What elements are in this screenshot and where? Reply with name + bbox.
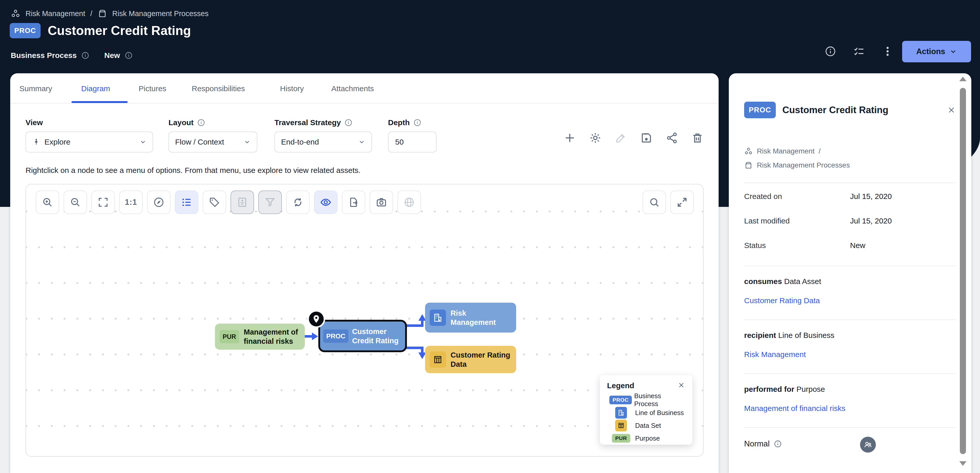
breadcrumb-domain[interactable]: Risk Management Processes bbox=[112, 10, 208, 18]
relation-link[interactable]: Risk Management bbox=[744, 350, 806, 359]
layout-select-value: Flow / Context bbox=[175, 138, 224, 147]
refresh-button[interactable] bbox=[286, 191, 310, 214]
node-line-of-business[interactable]: Risk Management bbox=[425, 303, 516, 333]
data-table-icon bbox=[430, 352, 446, 368]
expand-button[interactable] bbox=[670, 191, 694, 214]
people-avatar-icon[interactable] bbox=[860, 437, 876, 452]
page-title: Customer Credit Rating bbox=[48, 23, 191, 38]
community-icon bbox=[11, 9, 21, 18]
save-icon[interactable] bbox=[640, 132, 652, 144]
eye-button[interactable] bbox=[314, 191, 337, 214]
actual-size-button[interactable]: 1:1 bbox=[119, 191, 143, 214]
id-card-button[interactable] bbox=[231, 191, 254, 214]
export-button[interactable] bbox=[342, 191, 365, 214]
building-icon bbox=[430, 309, 446, 326]
info-icon[interactable] bbox=[413, 118, 422, 127]
info-icon[interactable] bbox=[124, 51, 133, 59]
detail-sidebar bbox=[729, 73, 971, 473]
info-icon[interactable] bbox=[824, 45, 836, 57]
view-label: View bbox=[25, 118, 43, 127]
scrollbar-down-arrow[interactable] bbox=[959, 461, 966, 466]
layout-select[interactable]: Flow / Context bbox=[169, 132, 257, 153]
node-lob-label: Risk Management bbox=[450, 309, 496, 327]
sidebar-breadcrumb-domain[interactable]: Risk Management Processes bbox=[744, 161, 850, 170]
field-label: Last modified bbox=[744, 217, 789, 225]
close-icon[interactable] bbox=[678, 381, 685, 389]
diagram-toolbar-right bbox=[643, 191, 694, 214]
tag-button[interactable] bbox=[203, 191, 226, 214]
zoom-in-button[interactable] bbox=[36, 191, 59, 214]
close-icon[interactable] bbox=[947, 105, 956, 115]
traversal-strategy-label: Traversal Strategy bbox=[274, 118, 353, 127]
share-icon[interactable] bbox=[666, 132, 678, 144]
breadcrumb-community[interactable]: Risk Management bbox=[25, 10, 85, 18]
chevron-down-icon bbox=[243, 139, 251, 146]
breadcrumb-separator: / bbox=[91, 10, 92, 18]
location-pin-icon bbox=[309, 312, 324, 326]
scrollbar-up-arrow[interactable] bbox=[959, 76, 966, 81]
relation-header: recipient Line of Business bbox=[744, 331, 835, 340]
scrollbar-thumb[interactable] bbox=[960, 88, 966, 454]
process-badge: PROC bbox=[323, 330, 348, 343]
chevron-down-icon bbox=[358, 139, 365, 146]
view-select[interactable]: Explore bbox=[25, 132, 153, 153]
node-dataset-label: Customer Rating Data bbox=[450, 350, 510, 369]
add-icon[interactable] bbox=[564, 132, 576, 144]
legend-item: PROC Business Process bbox=[607, 393, 685, 406]
node-purpose[interactable]: PUR Management of financial risks bbox=[215, 323, 305, 350]
divider bbox=[744, 427, 956, 428]
search-button[interactable] bbox=[643, 191, 666, 214]
depth-label: Depth bbox=[388, 118, 422, 127]
camera-button[interactable] bbox=[370, 191, 393, 214]
building-icon bbox=[615, 407, 627, 419]
asset-type-badge: PROC bbox=[744, 102, 776, 118]
node-purpose-label: Management of financial risks bbox=[244, 327, 298, 346]
sidebar-title: Customer Credit Rating bbox=[783, 105, 888, 115]
divider bbox=[744, 266, 956, 266]
fit-screen-button[interactable] bbox=[91, 191, 115, 214]
traversal-strategy-select[interactable]: End-to-end bbox=[274, 132, 372, 153]
settings-gear-icon[interactable] bbox=[589, 132, 601, 144]
trash-icon[interactable] bbox=[691, 132, 703, 144]
traversal-select-value: End-to-end bbox=[281, 138, 319, 147]
field-label: Status bbox=[744, 241, 766, 250]
zoom-out-button[interactable] bbox=[64, 191, 87, 214]
info-icon[interactable] bbox=[81, 51, 89, 59]
tab-diagram[interactable]: Diagram bbox=[81, 84, 110, 93]
sidebar-breadcrumb-community[interactable]: Risk Management / bbox=[744, 147, 821, 156]
legend-item: PUR Purpose bbox=[607, 432, 685, 445]
purpose-badge: PUR bbox=[612, 434, 630, 443]
diagram-hint-text: Rightclick on a node to see a menu of op… bbox=[25, 166, 360, 175]
tab-summary[interactable]: Summary bbox=[19, 84, 52, 93]
legend-panel: Legend PROC Business Process Line of Bus… bbox=[600, 375, 692, 445]
tab-attachments[interactable]: Attachments bbox=[331, 84, 374, 93]
tab-history[interactable]: History bbox=[280, 84, 304, 93]
filter-button[interactable] bbox=[258, 191, 282, 214]
divider bbox=[11, 103, 718, 104]
sidebar-header: PROC Customer Credit Rating bbox=[744, 102, 956, 118]
active-tab-underline bbox=[72, 101, 128, 103]
relation-link[interactable]: Management of financial risks bbox=[744, 404, 845, 413]
checklist-icon[interactable] bbox=[853, 45, 865, 57]
actions-button-label: Actions bbox=[916, 47, 945, 56]
actions-button[interactable]: Actions bbox=[902, 41, 971, 62]
depth-input[interactable] bbox=[388, 132, 436, 153]
title-row: PROC Customer Credit Rating bbox=[10, 23, 191, 38]
compass-icon[interactable] bbox=[147, 191, 170, 214]
breadcrumb: Risk Management / Risk Management Proces… bbox=[11, 9, 208, 18]
relation-header: consumes Data Asset bbox=[744, 277, 821, 286]
edit-pencil-icon bbox=[615, 132, 627, 144]
tab-responsibilities[interactable]: Responsibilities bbox=[192, 84, 245, 93]
list-view-button[interactable] bbox=[175, 191, 198, 214]
info-icon[interactable] bbox=[197, 118, 205, 127]
node-data-set[interactable]: Customer Rating Data bbox=[425, 346, 516, 373]
chevron-down-icon bbox=[949, 48, 957, 56]
tab-pictures[interactable]: Pictures bbox=[138, 84, 166, 93]
relation-link[interactable]: Customer Rating Data bbox=[744, 296, 820, 305]
info-icon[interactable] bbox=[774, 440, 782, 448]
kebab-menu-icon[interactable] bbox=[882, 45, 894, 57]
asset-type-label: Business Process bbox=[11, 51, 76, 60]
header-actions bbox=[824, 45, 894, 57]
node-business-process-selected[interactable]: PROC Customer Credit Rating bbox=[318, 320, 407, 352]
info-icon[interactable] bbox=[344, 118, 353, 127]
